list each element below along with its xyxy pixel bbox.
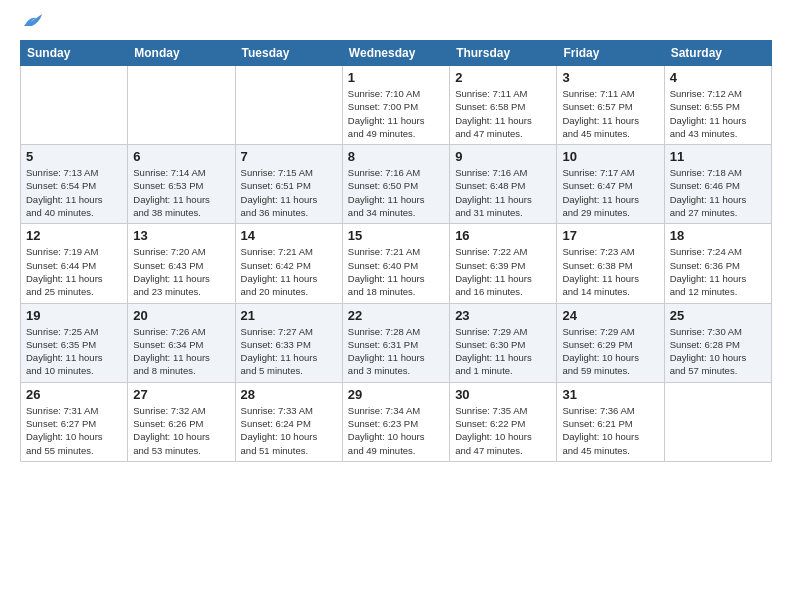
logo-bird-icon xyxy=(22,12,44,30)
calendar-day-cell: 16Sunrise: 7:22 AM Sunset: 6:39 PM Dayli… xyxy=(450,224,557,303)
calendar-day-cell: 13Sunrise: 7:20 AM Sunset: 6:43 PM Dayli… xyxy=(128,224,235,303)
day-number: 20 xyxy=(133,308,229,323)
weekday-header-cell: Sunday xyxy=(21,41,128,66)
day-number: 29 xyxy=(348,387,444,402)
day-info: Sunrise: 7:33 AM Sunset: 6:24 PM Dayligh… xyxy=(241,404,337,457)
day-info: Sunrise: 7:23 AM Sunset: 6:38 PM Dayligh… xyxy=(562,245,658,298)
day-number: 9 xyxy=(455,149,551,164)
day-info: Sunrise: 7:32 AM Sunset: 6:26 PM Dayligh… xyxy=(133,404,229,457)
weekday-header-cell: Saturday xyxy=(664,41,771,66)
calendar-day-cell xyxy=(128,66,235,145)
calendar-day-cell: 28Sunrise: 7:33 AM Sunset: 6:24 PM Dayli… xyxy=(235,382,342,461)
day-number: 25 xyxy=(670,308,766,323)
calendar-day-cell: 15Sunrise: 7:21 AM Sunset: 6:40 PM Dayli… xyxy=(342,224,449,303)
calendar-day-cell: 3Sunrise: 7:11 AM Sunset: 6:57 PM Daylig… xyxy=(557,66,664,145)
day-number: 28 xyxy=(241,387,337,402)
logo xyxy=(20,16,44,30)
calendar-day-cell: 31Sunrise: 7:36 AM Sunset: 6:21 PM Dayli… xyxy=(557,382,664,461)
day-number: 1 xyxy=(348,70,444,85)
day-number: 22 xyxy=(348,308,444,323)
day-number: 13 xyxy=(133,228,229,243)
weekday-header-cell: Monday xyxy=(128,41,235,66)
day-number: 5 xyxy=(26,149,122,164)
day-info: Sunrise: 7:22 AM Sunset: 6:39 PM Dayligh… xyxy=(455,245,551,298)
day-info: Sunrise: 7:28 AM Sunset: 6:31 PM Dayligh… xyxy=(348,325,444,378)
calendar-day-cell: 5Sunrise: 7:13 AM Sunset: 6:54 PM Daylig… xyxy=(21,145,128,224)
day-number: 21 xyxy=(241,308,337,323)
day-info: Sunrise: 7:29 AM Sunset: 6:30 PM Dayligh… xyxy=(455,325,551,378)
day-info: Sunrise: 7:25 AM Sunset: 6:35 PM Dayligh… xyxy=(26,325,122,378)
day-info: Sunrise: 7:31 AM Sunset: 6:27 PM Dayligh… xyxy=(26,404,122,457)
day-info: Sunrise: 7:13 AM Sunset: 6:54 PM Dayligh… xyxy=(26,166,122,219)
calendar-day-cell xyxy=(664,382,771,461)
calendar-day-cell: 9Sunrise: 7:16 AM Sunset: 6:48 PM Daylig… xyxy=(450,145,557,224)
day-info: Sunrise: 7:26 AM Sunset: 6:34 PM Dayligh… xyxy=(133,325,229,378)
day-info: Sunrise: 7:18 AM Sunset: 6:46 PM Dayligh… xyxy=(670,166,766,219)
calendar-day-cell: 24Sunrise: 7:29 AM Sunset: 6:29 PM Dayli… xyxy=(557,303,664,382)
calendar-day-cell: 14Sunrise: 7:21 AM Sunset: 6:42 PM Dayli… xyxy=(235,224,342,303)
day-number: 18 xyxy=(670,228,766,243)
day-number: 30 xyxy=(455,387,551,402)
day-info: Sunrise: 7:21 AM Sunset: 6:42 PM Dayligh… xyxy=(241,245,337,298)
day-number: 24 xyxy=(562,308,658,323)
calendar-day-cell: 6Sunrise: 7:14 AM Sunset: 6:53 PM Daylig… xyxy=(128,145,235,224)
calendar-body: 1Sunrise: 7:10 AM Sunset: 7:00 PM Daylig… xyxy=(21,66,772,462)
calendar-week-row: 19Sunrise: 7:25 AM Sunset: 6:35 PM Dayli… xyxy=(21,303,772,382)
day-number: 15 xyxy=(348,228,444,243)
calendar-day-cell: 26Sunrise: 7:31 AM Sunset: 6:27 PM Dayli… xyxy=(21,382,128,461)
calendar-day-cell: 20Sunrise: 7:26 AM Sunset: 6:34 PM Dayli… xyxy=(128,303,235,382)
calendar-day-cell: 27Sunrise: 7:32 AM Sunset: 6:26 PM Dayli… xyxy=(128,382,235,461)
day-info: Sunrise: 7:27 AM Sunset: 6:33 PM Dayligh… xyxy=(241,325,337,378)
calendar-day-cell: 8Sunrise: 7:16 AM Sunset: 6:50 PM Daylig… xyxy=(342,145,449,224)
day-info: Sunrise: 7:12 AM Sunset: 6:55 PM Dayligh… xyxy=(670,87,766,140)
calendar-day-cell: 7Sunrise: 7:15 AM Sunset: 6:51 PM Daylig… xyxy=(235,145,342,224)
calendar-day-cell: 29Sunrise: 7:34 AM Sunset: 6:23 PM Dayli… xyxy=(342,382,449,461)
calendar-day-cell: 1Sunrise: 7:10 AM Sunset: 7:00 PM Daylig… xyxy=(342,66,449,145)
calendar-day-cell: 10Sunrise: 7:17 AM Sunset: 6:47 PM Dayli… xyxy=(557,145,664,224)
header xyxy=(20,16,772,30)
day-info: Sunrise: 7:30 AM Sunset: 6:28 PM Dayligh… xyxy=(670,325,766,378)
day-number: 7 xyxy=(241,149,337,164)
day-info: Sunrise: 7:36 AM Sunset: 6:21 PM Dayligh… xyxy=(562,404,658,457)
calendar-day-cell: 18Sunrise: 7:24 AM Sunset: 6:36 PM Dayli… xyxy=(664,224,771,303)
page: SundayMondayTuesdayWednesdayThursdayFrid… xyxy=(0,0,792,612)
calendar-day-cell: 2Sunrise: 7:11 AM Sunset: 6:58 PM Daylig… xyxy=(450,66,557,145)
day-number: 4 xyxy=(670,70,766,85)
weekday-header-cell: Tuesday xyxy=(235,41,342,66)
day-number: 31 xyxy=(562,387,658,402)
calendar-day-cell: 21Sunrise: 7:27 AM Sunset: 6:33 PM Dayli… xyxy=(235,303,342,382)
day-info: Sunrise: 7:17 AM Sunset: 6:47 PM Dayligh… xyxy=(562,166,658,219)
calendar-day-cell xyxy=(235,66,342,145)
day-number: 16 xyxy=(455,228,551,243)
calendar-day-cell: 22Sunrise: 7:28 AM Sunset: 6:31 PM Dayli… xyxy=(342,303,449,382)
day-number: 19 xyxy=(26,308,122,323)
calendar-week-row: 5Sunrise: 7:13 AM Sunset: 6:54 PM Daylig… xyxy=(21,145,772,224)
calendar-day-cell: 23Sunrise: 7:29 AM Sunset: 6:30 PM Dayli… xyxy=(450,303,557,382)
day-number: 11 xyxy=(670,149,766,164)
day-info: Sunrise: 7:34 AM Sunset: 6:23 PM Dayligh… xyxy=(348,404,444,457)
day-number: 8 xyxy=(348,149,444,164)
day-number: 3 xyxy=(562,70,658,85)
day-info: Sunrise: 7:16 AM Sunset: 6:48 PM Dayligh… xyxy=(455,166,551,219)
day-number: 27 xyxy=(133,387,229,402)
weekday-header-row: SundayMondayTuesdayWednesdayThursdayFrid… xyxy=(21,41,772,66)
calendar-day-cell: 17Sunrise: 7:23 AM Sunset: 6:38 PM Dayli… xyxy=(557,224,664,303)
day-number: 17 xyxy=(562,228,658,243)
day-info: Sunrise: 7:21 AM Sunset: 6:40 PM Dayligh… xyxy=(348,245,444,298)
day-number: 26 xyxy=(26,387,122,402)
calendar-day-cell: 19Sunrise: 7:25 AM Sunset: 6:35 PM Dayli… xyxy=(21,303,128,382)
day-number: 23 xyxy=(455,308,551,323)
calendar-table: SundayMondayTuesdayWednesdayThursdayFrid… xyxy=(20,40,772,462)
calendar-day-cell: 4Sunrise: 7:12 AM Sunset: 6:55 PM Daylig… xyxy=(664,66,771,145)
calendar-day-cell: 25Sunrise: 7:30 AM Sunset: 6:28 PM Dayli… xyxy=(664,303,771,382)
day-info: Sunrise: 7:20 AM Sunset: 6:43 PM Dayligh… xyxy=(133,245,229,298)
day-number: 10 xyxy=(562,149,658,164)
day-number: 12 xyxy=(26,228,122,243)
day-number: 2 xyxy=(455,70,551,85)
calendar-week-row: 26Sunrise: 7:31 AM Sunset: 6:27 PM Dayli… xyxy=(21,382,772,461)
calendar-week-row: 12Sunrise: 7:19 AM Sunset: 6:44 PM Dayli… xyxy=(21,224,772,303)
weekday-header-cell: Wednesday xyxy=(342,41,449,66)
weekday-header-cell: Friday xyxy=(557,41,664,66)
day-info: Sunrise: 7:29 AM Sunset: 6:29 PM Dayligh… xyxy=(562,325,658,378)
calendar-day-cell xyxy=(21,66,128,145)
